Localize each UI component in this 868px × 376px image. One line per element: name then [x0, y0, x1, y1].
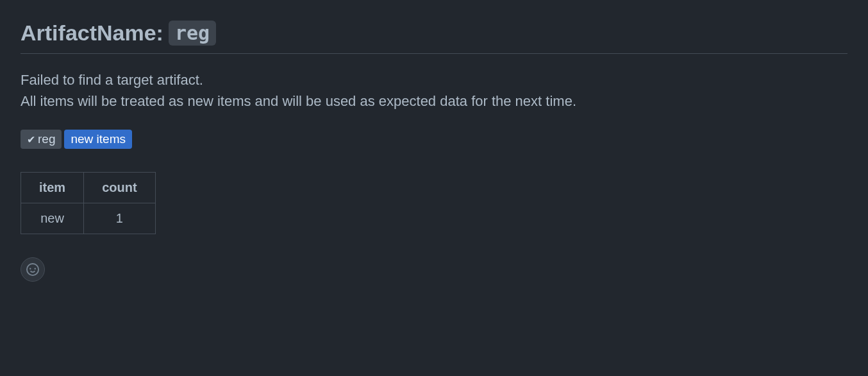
table-header-row: item count [21, 173, 156, 203]
heading-label: ArtifactName: [21, 21, 163, 46]
tag-new-items[interactable]: new items [64, 130, 132, 149]
tag-label: reg [38, 132, 55, 146]
message-line-2: All items will be treated as new items a… [21, 90, 847, 112]
table-cell-count: 1 [84, 203, 155, 234]
smiley-icon [26, 263, 39, 276]
check-icon: ✔ [27, 133, 35, 146]
tag-label: new items [71, 132, 126, 146]
table-header-item: item [21, 173, 84, 203]
table-row: new 1 [21, 203, 156, 234]
results-table: item count new 1 [21, 172, 156, 234]
table-header-count: count [84, 173, 155, 203]
page-title: ArtifactName: reg [21, 21, 847, 54]
tag-list: ✔ reg new items [21, 130, 847, 149]
table-cell-item: new [21, 203, 84, 234]
status-message: Failed to find a target artifact. All it… [21, 69, 847, 112]
message-line-1: Failed to find a target artifact. [21, 69, 847, 90]
artifact-name-code: reg [169, 21, 216, 46]
tag-reg[interactable]: ✔ reg [21, 130, 62, 149]
add-reaction-button[interactable] [21, 257, 45, 282]
